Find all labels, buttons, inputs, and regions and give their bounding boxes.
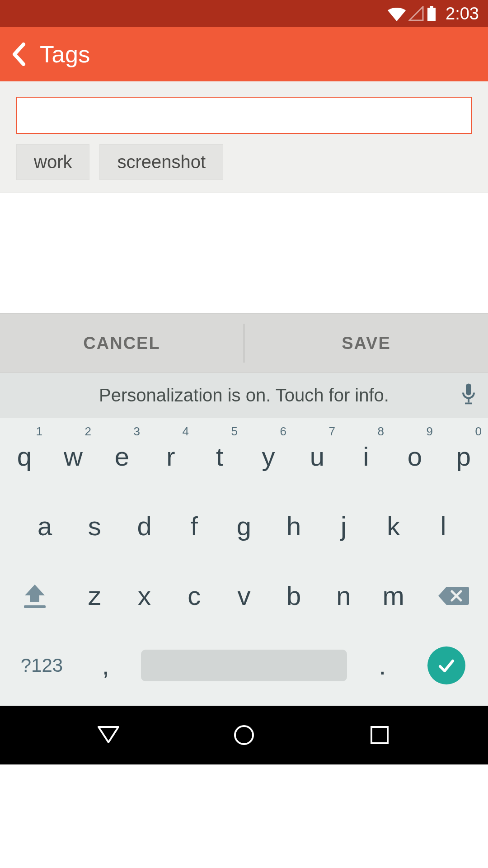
key-r[interactable]: 4r xyxy=(146,422,195,491)
key-c[interactable]: c xyxy=(169,583,219,609)
key-z[interactable]: z xyxy=(70,583,119,609)
status-time: 2:03 xyxy=(446,4,479,24)
check-icon xyxy=(436,656,456,675)
tag-chip[interactable]: screenshot xyxy=(99,144,223,180)
cancel-button[interactable]: CANCEL xyxy=(0,314,244,373)
back-button[interactable] xyxy=(11,42,27,66)
back-icon xyxy=(11,42,27,66)
nav-home[interactable] xyxy=(217,724,271,746)
nav-recent-icon xyxy=(370,725,389,745)
key-u[interactable]: 7u xyxy=(293,422,342,491)
key-b[interactable]: b xyxy=(269,583,319,609)
key-h[interactable]: h xyxy=(269,491,319,561)
key-g[interactable]: g xyxy=(219,491,269,561)
tag-section: work screenshot xyxy=(0,81,488,193)
key-symbols[interactable]: ?123 xyxy=(5,631,79,700)
key-o[interactable]: 9o xyxy=(390,422,439,491)
tag-chip[interactable]: work xyxy=(16,144,89,180)
tag-input[interactable] xyxy=(16,97,472,134)
key-backspace[interactable] xyxy=(418,561,488,631)
key-shift[interactable] xyxy=(0,561,70,631)
key-v[interactable]: v xyxy=(219,583,269,609)
navigation-bar xyxy=(0,706,488,764)
key-y[interactable]: 6y xyxy=(244,422,293,491)
key-j[interactable]: j xyxy=(319,491,368,561)
key-period[interactable]: . xyxy=(356,631,409,700)
shift-icon xyxy=(23,584,47,604)
svg-rect-4 xyxy=(465,402,472,404)
status-icons xyxy=(388,6,436,21)
svg-point-5 xyxy=(235,726,253,744)
app-bar: Tags xyxy=(0,27,488,81)
svg-rect-3 xyxy=(468,398,469,402)
key-enter[interactable] xyxy=(409,631,483,700)
svg-rect-6 xyxy=(371,727,388,743)
status-bar: 2:03 xyxy=(0,0,488,27)
wifi-icon xyxy=(388,6,406,21)
key-q[interactable]: 1q xyxy=(0,422,49,491)
key-w[interactable]: 2w xyxy=(49,422,98,491)
keyboard-row-2: a s d f g h j k l xyxy=(0,491,488,561)
svg-rect-2 xyxy=(466,383,471,395)
shift-underline xyxy=(24,605,46,608)
empty-area xyxy=(0,193,488,313)
nav-back[interactable] xyxy=(81,724,136,746)
keyboard-row-3: z x c v b n m xyxy=(0,561,488,631)
key-comma[interactable]: , xyxy=(79,631,132,700)
mic-button[interactable] xyxy=(461,382,476,408)
key-x[interactable]: x xyxy=(119,583,169,609)
key-p[interactable]: 0p xyxy=(439,422,488,491)
svg-rect-0 xyxy=(427,8,436,21)
key-e[interactable]: 3e xyxy=(98,422,146,491)
cell-signal-icon xyxy=(408,6,424,21)
key-i[interactable]: 8i xyxy=(342,422,390,491)
key-m[interactable]: m xyxy=(369,583,418,609)
keyboard-row-1: 1q 2w 3e 4r 5t 6y 7u 8i 9o 0p xyxy=(0,422,488,491)
key-space[interactable] xyxy=(132,650,356,681)
key-d[interactable]: d xyxy=(119,491,169,561)
key-s[interactable]: s xyxy=(70,491,119,561)
action-bar: CANCEL SAVE xyxy=(0,313,488,373)
tags-row: work screenshot xyxy=(16,144,472,180)
keyboard-row-4: ?123 , . xyxy=(0,631,488,700)
save-button[interactable]: SAVE xyxy=(244,314,488,373)
microphone-icon xyxy=(461,382,476,404)
keyboard-suggestion-bar[interactable]: Personalization is on. Touch for info. xyxy=(0,373,488,418)
key-k[interactable]: k xyxy=(369,491,418,561)
backspace-icon xyxy=(437,585,469,607)
suggestion-text: Personalization is on. Touch for info. xyxy=(99,385,389,406)
key-n[interactable]: n xyxy=(319,583,368,609)
page-title: Tags xyxy=(40,41,90,68)
nav-recent[interactable] xyxy=(352,725,407,745)
key-l[interactable]: l xyxy=(418,491,468,561)
nav-home-icon xyxy=(233,724,255,746)
battery-icon xyxy=(427,6,436,21)
key-a[interactable]: a xyxy=(20,491,70,561)
svg-rect-1 xyxy=(430,6,433,8)
keyboard: 1q 2w 3e 4r 5t 6y 7u 8i 9o 0p a s d f g … xyxy=(0,418,488,706)
nav-back-icon xyxy=(96,724,121,746)
key-f[interactable]: f xyxy=(169,491,219,561)
spacebar-surface xyxy=(141,650,347,681)
key-t[interactable]: 5t xyxy=(195,422,244,491)
